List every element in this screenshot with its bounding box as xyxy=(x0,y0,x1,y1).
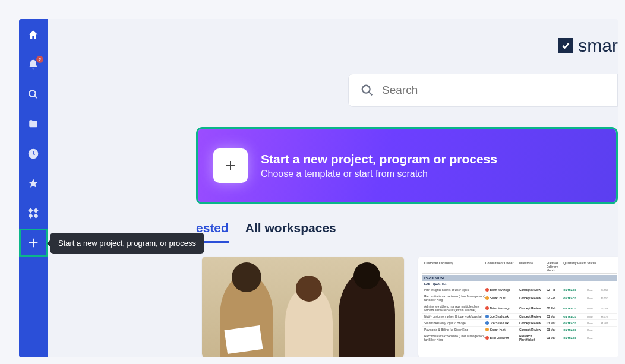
hero-title: Start a new project, program or process xyxy=(261,152,497,166)
sidebar: 2 xyxy=(19,19,48,357)
new-project-card[interactable]: Start a new project, program or process … xyxy=(196,127,618,204)
svg-rect-3 xyxy=(28,208,33,213)
logo: smar xyxy=(558,36,618,56)
svg-rect-4 xyxy=(33,208,38,213)
favorites-icon[interactable] xyxy=(27,177,40,190)
card-thumbnail-people[interactable] xyxy=(202,257,404,357)
notifications-icon[interactable]: 2 xyxy=(27,58,40,71)
svg-point-0 xyxy=(29,90,36,97)
tabs: ested All workspaces xyxy=(196,221,336,243)
new-button-tooltip: Start a new project, program, or process xyxy=(50,233,204,254)
svg-rect-5 xyxy=(28,213,33,218)
home-icon[interactable] xyxy=(27,29,40,42)
search-input[interactable] xyxy=(382,84,605,97)
notification-badge: 2 xyxy=(36,56,43,63)
logo-text: smar xyxy=(578,36,618,56)
search-icon[interactable] xyxy=(27,88,40,101)
card-thumbnail-sheet[interactable]: Customer CapabilityCommitment OwnerMiles… xyxy=(418,257,618,357)
main-content: smar Start a new project, program or pro… xyxy=(48,19,618,357)
sidebar-new-button[interactable] xyxy=(19,229,48,257)
svg-line-8 xyxy=(369,92,372,95)
hero-subtitle: Choose a template or start from scratch xyxy=(261,169,497,179)
app-frame: 2 smar xyxy=(19,19,618,357)
search-bar[interactable] xyxy=(348,74,618,107)
content-cards: Customer CapabilityCommitment OwnerMiles… xyxy=(202,257,618,357)
svg-rect-6 xyxy=(33,213,38,218)
svg-line-1 xyxy=(34,96,37,98)
svg-point-7 xyxy=(362,86,370,93)
folder-icon[interactable] xyxy=(27,118,40,131)
recent-icon[interactable] xyxy=(27,147,40,160)
apps-icon[interactable] xyxy=(27,207,40,220)
search-input-icon xyxy=(361,84,374,97)
plus-icon xyxy=(213,148,248,183)
tab-all-workspaces[interactable]: All workspaces xyxy=(245,221,336,241)
logo-mark-icon xyxy=(558,38,573,53)
